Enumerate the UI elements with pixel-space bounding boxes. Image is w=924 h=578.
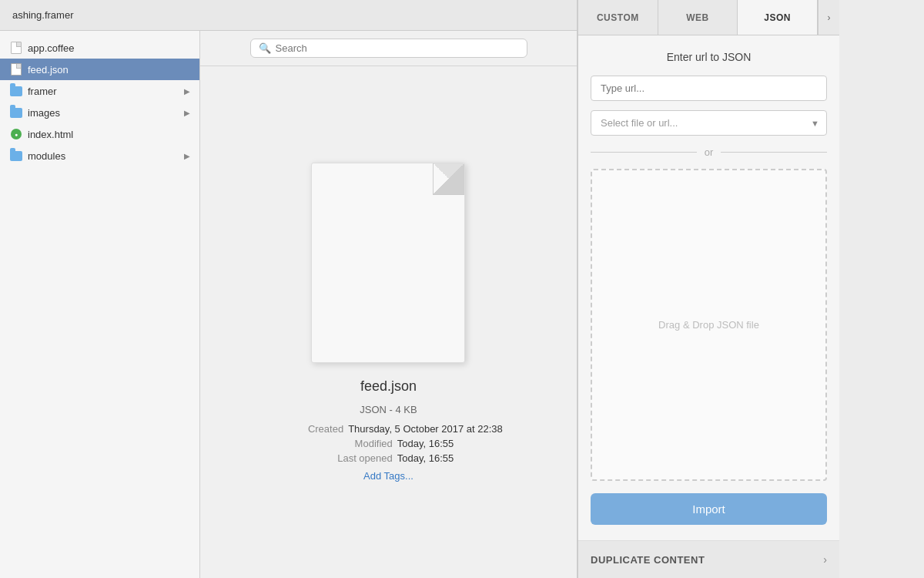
meta-row-last-opened: Last opened Today, 16:55 (274, 452, 503, 464)
meta-label-modified: Modified (323, 438, 393, 449)
right-panel: CUSTOM WEB JSON › Enter url to JSON Sele… (578, 0, 839, 578)
tab-custom-label: CUSTOM (597, 12, 639, 23)
file-item-index-html[interactable]: ● index.html (0, 123, 199, 145)
document-page (311, 163, 465, 363)
drop-zone[interactable]: Drag & Drop JSON file (591, 169, 827, 481)
tab-json[interactable]: JSON (738, 0, 818, 35)
or-text: or (705, 146, 714, 158)
tab-json-label: JSON (764, 12, 791, 23)
browser-content: app.coffee feed.json framer ▶ (0, 31, 577, 578)
html-icon: ● (9, 127, 23, 141)
panel-title: Enter url to JSON (591, 51, 827, 63)
file-item-images[interactable]: images ▶ (0, 102, 199, 123)
file-type-label: JSON - 4 KB (274, 404, 503, 415)
search-icon: 🔍 (259, 42, 271, 54)
file-item-label: framer (28, 86, 179, 97)
url-input[interactable] (591, 76, 827, 101)
duplicate-content-label: DUPLICATE CONTENT (591, 554, 823, 566)
meta-value-last-opened: Today, 16:55 (397, 452, 454, 464)
meta-row-created: Created Thursday, 5 October 2017 at 22:3… (274, 423, 503, 435)
folder-icon (9, 106, 23, 119)
file-preview-content: feed.json JSON - 4 KB Created Thursday, … (259, 66, 518, 578)
file-item-label: app.coffee (28, 42, 190, 54)
file-item-label: index.html (28, 129, 190, 140)
document-preview-icon (311, 163, 465, 363)
file-item-feed-json[interactable]: feed.json (0, 59, 199, 80)
file-select[interactable]: Select file or url... (591, 110, 827, 136)
folder-icon (9, 84, 23, 98)
doc-icon (9, 41, 23, 55)
tabs-row: CUSTOM WEB JSON › (578, 0, 839, 35)
file-item-modules[interactable]: modules ▶ (0, 145, 199, 166)
tab-web-label: WEB (686, 12, 709, 23)
import-button[interactable]: Import (591, 493, 827, 525)
panel-body: Enter url to JSON Select file or url... … (578, 35, 839, 540)
file-browser: ashing.framer app.coffee feed.json (0, 0, 578, 578)
file-preview-area: 🔍 feed.json JSON - 4 KB Created Thursday… (200, 31, 577, 578)
add-tags-link[interactable]: Add Tags... (363, 470, 413, 482)
chevron-right-icon: › (823, 553, 827, 566)
meta-value-modified: Today, 16:55 (397, 438, 454, 449)
select-wrapper: Select file or url... ▼ (591, 110, 827, 136)
file-item-label: feed.json (28, 64, 190, 76)
chevron-right-icon: ▶ (184, 87, 190, 96)
file-list: app.coffee feed.json framer ▶ (0, 31, 200, 578)
tab-overflow-arrow[interactable]: › (818, 0, 839, 35)
meta-row-modified: Modified Today, 16:55 (274, 438, 503, 449)
meta-label-last-opened: Last opened (323, 452, 393, 464)
file-item-app-coffee[interactable]: app.coffee (0, 37, 199, 59)
file-item-framer[interactable]: framer ▶ (0, 80, 199, 102)
tab-web[interactable]: WEB (658, 0, 738, 35)
duplicate-content-section[interactable]: DUPLICATE CONTENT › (578, 540, 839, 578)
window-title: ashing.framer (12, 9, 73, 21)
title-bar: ashing.framer (0, 0, 577, 31)
search-input[interactable] (276, 42, 519, 54)
search-bar: 🔍 (200, 31, 577, 66)
meta-value-created: Thursday, 5 October 2017 at 22:38 (348, 423, 503, 435)
search-wrapper[interactable]: 🔍 (250, 39, 527, 58)
chevron-right-icon: ▶ (184, 109, 190, 117)
file-meta: JSON - 4 KB Created Thursday, 5 October … (274, 404, 503, 482)
chevron-right-icon: › (828, 12, 831, 23)
file-item-label: modules (28, 150, 179, 162)
file-item-label: images (28, 107, 179, 119)
tab-custom[interactable]: CUSTOM (578, 0, 658, 35)
folder-icon (9, 149, 23, 163)
doc-icon (9, 62, 23, 76)
or-divider: or (591, 146, 827, 158)
preview-filename: feed.json (360, 378, 417, 395)
drop-zone-label: Drag & Drop JSON file (658, 319, 759, 331)
meta-label-created: Created (274, 423, 343, 435)
chevron-right-icon: ▶ (184, 152, 190, 160)
